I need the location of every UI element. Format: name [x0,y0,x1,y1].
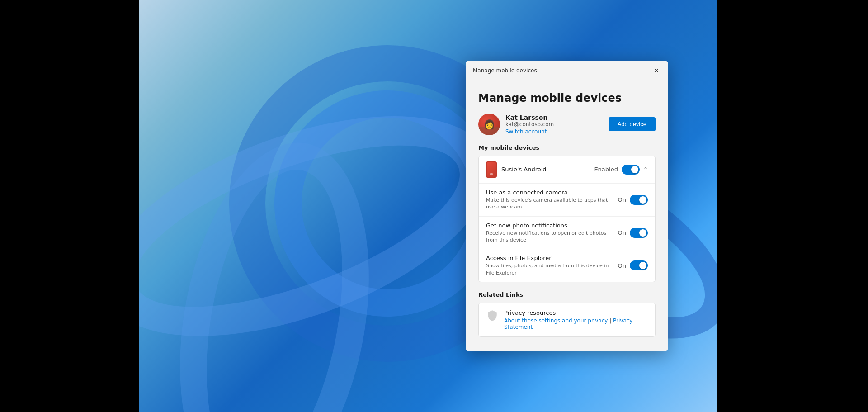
dialog-window: Manage mobile devices ✕ Manage mobile de… [466,61,668,351]
toggle-knob [639,229,646,237]
setting-text-photos: Get new photo notifications Receive new … [486,222,613,244]
toggle-knob [631,166,638,173]
setting-right-camera: On [618,195,648,205]
privacy-info: Privacy resources About these settings a… [504,309,648,330]
right-bar [717,0,868,412]
explorer-on-label: On [618,262,626,269]
avatar-face: 👩 [484,119,495,130]
device-enabled-toggle[interactable] [622,165,640,175]
setting-text-camera: Use as a connected camera Make this devi… [486,189,613,211]
shield-icon [486,309,499,322]
user-name: Kat Larsson [505,114,554,121]
switch-account-link[interactable]: Switch account [505,128,554,135]
device-name: Susie's Android [501,166,547,173]
privacy-card: Privacy resources About these settings a… [478,303,656,337]
avatar: 👩 [478,114,500,135]
photos-toggle[interactable] [630,228,648,238]
setting-row-photos: Get new photo notifications Receive new … [479,217,655,250]
setting-desc-photos: Receive new notifications to open or edi… [486,230,613,244]
user-details: Kat Larsson kat@contoso.com Switch accou… [505,114,554,135]
setting-text-explorer: Access in File Explorer Show files, phot… [486,255,613,276]
setting-desc-camera: Make this device's camera available to a… [486,197,613,211]
close-button[interactable]: ✕ [650,64,663,77]
toggle-knob [639,196,646,204]
device-header-left: Susie's Android [486,161,547,178]
setting-right-photos: On [618,228,648,238]
related-links-label: Related Links [478,291,656,298]
phone-icon [486,161,497,178]
setting-right-explorer: On [618,260,648,270]
setting-title-camera: Use as a connected camera [486,189,613,196]
user-section: 👩 Kat Larsson kat@contoso.com Switch acc… [478,114,656,135]
dialog-content: Manage mobile devices 👩 Kat Larsson kat@… [466,81,668,351]
privacy-separator: | [608,317,613,324]
chevron-up-icon[interactable]: ⌃ [643,166,648,173]
device-header-right: Enabled ⌃ [594,165,648,175]
device-header: Susie's Android Enabled ⌃ [479,156,655,184]
dialog-backdrop: Manage mobile devices ✕ Manage mobile de… [278,0,717,412]
desktop-background: Manage mobile devices ✕ Manage mobile de… [139,0,717,412]
setting-row-camera: Use as a connected camera Make this devi… [479,184,655,217]
enabled-label: Enabled [594,166,618,173]
photos-on-label: On [618,229,626,236]
setting-title-explorer: Access in File Explorer [486,255,613,261]
dialog-heading: Manage mobile devices [478,92,656,104]
setting-title-photos: Get new photo notifications [486,222,613,229]
left-bar [0,0,139,412]
title-bar: Manage mobile devices ✕ [466,61,668,81]
camera-on-label: On [618,196,626,203]
title-bar-text: Manage mobile devices [473,67,537,74]
user-info: 👩 Kat Larsson kat@contoso.com Switch acc… [478,114,554,135]
setting-desc-explorer: Show files, photos, and media from this … [486,262,613,276]
explorer-toggle[interactable] [630,260,648,270]
setting-row-explorer: Access in File Explorer Show files, phot… [479,249,655,282]
user-email: kat@contoso.com [505,121,554,128]
privacy-title: Privacy resources [504,309,648,316]
my-devices-label: My mobile devices [478,144,656,151]
toggle-knob [639,262,646,269]
add-device-button[interactable]: Add device [609,117,656,131]
camera-toggle[interactable] [630,195,648,205]
related-links-section: Related Links Privacy resources About th… [478,291,656,337]
privacy-links: About these settings and your privacy | … [504,317,648,330]
device-card: Susie's Android Enabled ⌃ [478,156,656,282]
privacy-link-about[interactable]: About these settings and your privacy [504,317,608,324]
